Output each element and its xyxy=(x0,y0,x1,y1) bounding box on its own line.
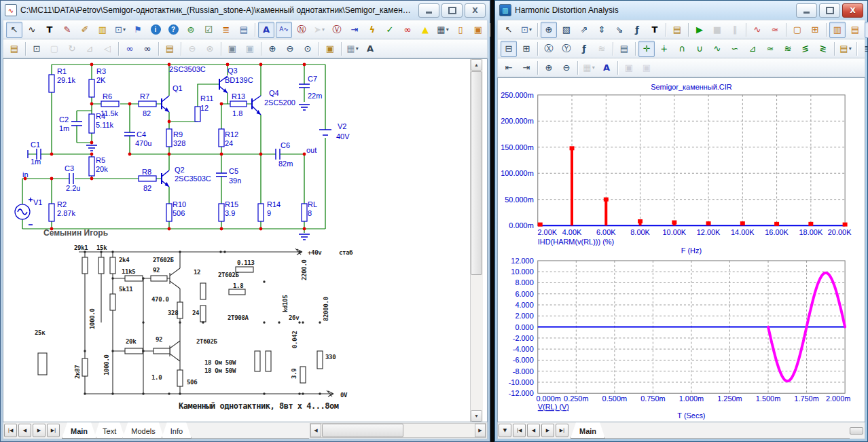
cursor-link-right-icon[interactable]: ⇥ xyxy=(518,60,535,76)
go-to-global-high-icon[interactable]: ≈ xyxy=(762,41,778,57)
cursor-select-icon[interactable]: ✛ xyxy=(638,41,655,57)
panel-split-icon[interactable]: ▥ xyxy=(865,22,868,38)
select-tool-icon[interactable]: ↖ xyxy=(6,22,22,38)
font-icon[interactable]: A xyxy=(362,41,378,57)
go-to-inflection-icon[interactable]: ⊿ xyxy=(744,41,761,57)
scroll-right-arrow[interactable]: ▶ xyxy=(475,424,486,437)
send-to-back-icon[interactable]: ▣ xyxy=(242,41,258,57)
component-list-icon[interactable]: ≣ xyxy=(218,22,234,38)
show-grid-text-icon[interactable]: A∿ xyxy=(276,22,292,38)
shape-picker-icon[interactable]: ⊡▾ xyxy=(518,22,535,38)
bring-to-front-icon[interactable]: ▣ xyxy=(224,41,240,57)
wire-mode-icon[interactable]: ∿ xyxy=(24,22,40,38)
tab-models[interactable]: Models xyxy=(122,422,164,439)
tab-text[interactable]: Text xyxy=(94,422,125,439)
page-nav-button[interactable]: |◀ xyxy=(513,424,526,437)
select-area-icon[interactable]: ⊡ xyxy=(29,41,45,57)
page-nav-button[interactable]: ▼ xyxy=(499,424,511,437)
show-node-numbers-icon[interactable]: Ⓝ xyxy=(293,22,310,38)
zoom-out-icon[interactable]: ⊖ xyxy=(282,41,298,57)
horizontal-scrollbar[interactable]: ◀ ▶ xyxy=(310,423,486,438)
cursor-link-left-icon[interactable]: ⇤ xyxy=(501,60,517,76)
show-node-voltages-icon[interactable]: Ⓥ xyxy=(329,22,345,38)
graphics-mode-icon[interactable]: ✎ xyxy=(59,22,75,38)
schematic-titlebar[interactable]: ∿ C:\MC11\DATA\Petrov\Semigor-однотактни… xyxy=(3,1,488,20)
grid-layout-icon[interactable]: ▦▾ xyxy=(344,41,361,57)
intermod-plot-icon[interactable]: ≈ xyxy=(767,22,783,38)
checklist-icon[interactable]: ☑ xyxy=(200,22,217,38)
font-icon[interactable]: A xyxy=(598,60,615,76)
text-mode-icon[interactable]: T xyxy=(647,22,663,38)
tab-main[interactable]: Main xyxy=(571,422,605,439)
close-button[interactable]: X xyxy=(842,3,863,18)
go-to-global-low-icon[interactable]: ≋ xyxy=(780,41,796,57)
close-button[interactable]: X xyxy=(465,3,486,18)
show-attribute-text-icon[interactable]: A xyxy=(258,22,274,38)
link-mode-icon[interactable]: ⊚ xyxy=(183,22,199,38)
show-power-icon[interactable]: ϟ xyxy=(364,22,380,38)
find-next-icon[interactable]: ∞ xyxy=(139,41,156,57)
zoom-100-icon[interactable]: ⊙ xyxy=(300,41,316,57)
text-mode-icon[interactable]: T xyxy=(41,22,58,38)
panel-left-icon[interactable]: ▥ xyxy=(829,22,846,38)
zoom-both-mode-icon[interactable]: ⇘ xyxy=(611,22,628,38)
go-to-low-icon[interactable]: ∽ xyxy=(727,41,743,57)
fx-scale-icon[interactable]: ƒ xyxy=(576,41,592,57)
find-in-files-icon[interactable]: ▤ xyxy=(162,41,178,57)
attributes-dialog-icon[interactable]: ▤ xyxy=(6,41,22,57)
cursor-next-point-icon[interactable]: ∔ xyxy=(656,41,672,57)
thd-plot-icon[interactable]: ∿ xyxy=(749,22,765,38)
hscroll-thumb[interactable] xyxy=(322,424,403,437)
grid-toggle-icon[interactable]: ▦▾ xyxy=(435,22,451,38)
run-icon[interactable]: ▶ xyxy=(691,22,708,38)
scroll-thumb[interactable] xyxy=(471,71,482,275)
show-conditions-icon[interactable]: ✓ xyxy=(382,22,398,38)
analysis-titlebar[interactable]: ▥ Harmonic Distortion Analysis X xyxy=(497,1,865,20)
plot-properties-icon[interactable]: ▤ xyxy=(616,41,632,57)
zoom-in-icon[interactable]: ⊕ xyxy=(264,41,281,57)
page-nav-button[interactable]: ◀ xyxy=(527,424,540,437)
zoom-out-icon[interactable]: ⊖ xyxy=(558,60,575,76)
panel-main-icon[interactable]: ▤ xyxy=(847,22,863,38)
vertical-scrollbar[interactable]: ▲ ▼ xyxy=(470,59,483,422)
tab-info[interactable]: Info xyxy=(162,422,192,439)
scroll-up-arrow[interactable]: ▲ xyxy=(471,59,482,71)
select-tool-icon[interactable]: ↖ xyxy=(501,22,517,38)
page-nav-button[interactable]: ▶ xyxy=(33,424,46,437)
go-to-peak-icon[interactable]: ∩ xyxy=(674,41,690,57)
picture-probe-icon[interactable]: ✐ xyxy=(77,22,93,38)
select-region-icon[interactable]: ▢ xyxy=(789,22,806,38)
info-mode-icon[interactable]: i xyxy=(147,22,164,38)
minimize-button[interactable] xyxy=(796,3,817,18)
splitter-handle[interactable] xyxy=(850,427,863,435)
scroll-left-arrow[interactable]: ◀ xyxy=(310,424,321,437)
restore-button[interactable] xyxy=(441,3,463,18)
shape-picker-icon[interactable]: ⊡▾ xyxy=(112,22,128,38)
schematic-canvas[interactable]: R129.1kR32K2SC3503CQ1Q3BD139CR611.5kR782… xyxy=(3,59,470,425)
design-notes-icon[interactable]: ▤ xyxy=(236,22,252,38)
bus-mode-icon[interactable]: ▥ xyxy=(94,22,111,38)
zoom-in-icon[interactable]: ⊕ xyxy=(541,60,557,76)
restore-button[interactable] xyxy=(819,3,840,18)
minimize-button[interactable] xyxy=(418,3,439,18)
cursor-mode-icon[interactable]: ▧ xyxy=(558,22,575,38)
y-axis-scale-icon[interactable]: Ⓨ xyxy=(558,41,575,57)
zoom-region-icon[interactable]: ⊞ xyxy=(807,22,823,38)
single-plot-icon[interactable]: ⊟ xyxy=(501,41,517,57)
show-pin-connections-icon[interactable]: ∞ xyxy=(399,22,416,38)
page-nav-button[interactable]: ▶| xyxy=(556,424,568,437)
page-nav-button[interactable]: ▶| xyxy=(47,424,60,437)
x-axis-scale-icon[interactable]: Ⓧ xyxy=(541,41,557,57)
bottom-curve-icon[interactable]: ≷ xyxy=(815,41,831,57)
formula-mode-icon[interactable]: ƒ xyxy=(629,22,645,38)
page-properties-icon[interactable]: ▣ xyxy=(470,22,486,38)
plot-grid-icon[interactable]: ⊞ xyxy=(518,41,535,57)
page-preview-icon[interactable]: ▣ xyxy=(322,41,338,57)
analysis-plots[interactable]: Semigor_каменный.CIR250.000m200.000m150.… xyxy=(498,78,865,426)
properties-icon[interactable]: ▤ xyxy=(669,22,685,38)
scroll-down-arrow[interactable]: ▼ xyxy=(471,410,482,422)
numeric-output-icon[interactable]: ≣ xyxy=(860,41,868,57)
zoom-y-mode-icon[interactable]: ⇕ xyxy=(594,22,610,38)
scale-mode-icon[interactable]: ⊕ xyxy=(541,22,557,38)
tab-main[interactable]: Main xyxy=(62,422,96,439)
